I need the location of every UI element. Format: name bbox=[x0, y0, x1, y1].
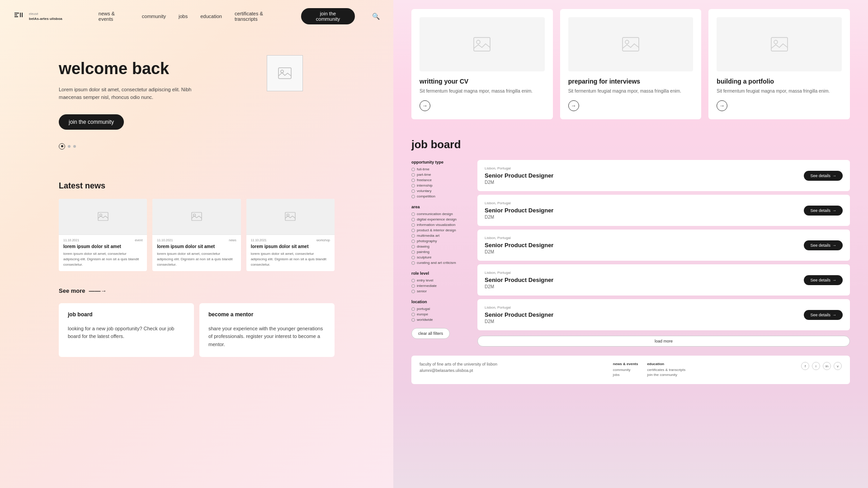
article-desc-1: Sit fermentum feugiat magna mpor, massa … bbox=[420, 88, 545, 95]
latest-news-title: Latest news bbox=[59, 181, 335, 191]
job-location-5: Lisbon, Portugal bbox=[485, 305, 553, 310]
article-col-1: writting your CV Sit fermentum feugiat m… bbox=[411, 9, 553, 125]
nav-education[interactable]: education bbox=[200, 14, 222, 19]
svg-point-16 bbox=[625, 40, 629, 44]
article-link-3[interactable]: → bbox=[717, 100, 727, 111]
search-button[interactable]: 🔍 bbox=[372, 13, 380, 20]
svg-rect-1 bbox=[14, 14, 17, 15]
hero-join-community-button[interactable]: join the community bbox=[59, 114, 124, 130]
footer-link-item-2-2: join the community bbox=[647, 373, 685, 377]
footer: faculty of fine arts of the university o… bbox=[411, 356, 850, 384]
clear-filters-button[interactable]: clear all filters bbox=[411, 328, 450, 339]
filter-painting[interactable]: painting bbox=[411, 250, 470, 254]
filter-full-time[interactable]: full-time bbox=[411, 167, 470, 171]
filter-photography[interactable]: photography bbox=[411, 239, 470, 243]
job-card-5: Lisbon, Portugal Senior Product Designer… bbox=[477, 299, 850, 330]
news-card-body-1: 11.10.2021 event lorem ipsum dolor sit a… bbox=[59, 235, 147, 271]
nav-community[interactable]: community bbox=[142, 14, 166, 19]
news-title-3: lorem ipsum dolor sit amet bbox=[251, 244, 330, 249]
filter-info-viz[interactable]: information visualization bbox=[411, 223, 470, 227]
article-title-3: building a portfolio bbox=[717, 78, 842, 85]
article-title-1: writting your CV bbox=[420, 78, 545, 85]
filter-intermediate[interactable]: intermediate bbox=[411, 284, 470, 288]
svg-rect-0 bbox=[14, 13, 19, 14]
filter-voluntary[interactable]: voluntary bbox=[411, 189, 470, 193]
footer-school-name: faculty of fine arts of the university o… bbox=[420, 362, 497, 366]
social-icon-vimeo[interactable]: v bbox=[834, 362, 842, 370]
filter-opportunity-type-title: opportunity type bbox=[411, 160, 470, 164]
news-desc-3: lorem ipsum dolor sit amet, consectetur … bbox=[251, 251, 330, 267]
filter-entry-level[interactable]: entry level bbox=[411, 278, 470, 282]
filter-curating[interactable]: curating and art criticism bbox=[411, 261, 470, 265]
become-mentor-card-desc: share your experience with the younger g… bbox=[208, 325, 326, 349]
filter-internship[interactable]: internship bbox=[411, 183, 470, 188]
job-company-1: D2M bbox=[485, 180, 553, 185]
article-link-2[interactable]: → bbox=[568, 100, 579, 111]
job-card-2: Lisbon, Portugal Senior Product Designer… bbox=[477, 195, 850, 226]
carousel-dot-3[interactable] bbox=[73, 145, 76, 148]
nav-certificates[interactable]: certificates & transcripts bbox=[235, 11, 285, 22]
filter-worldwide[interactable]: worldwide bbox=[411, 318, 470, 322]
job-board-card-title: job board bbox=[68, 311, 185, 318]
article-card-3: building a portfolio Sit fermentum feugi… bbox=[708, 9, 850, 119]
news-meta-1: 11.10.2021 event bbox=[63, 239, 142, 242]
job-company-5: D2M bbox=[485, 319, 553, 324]
filter-part-time[interactable]: part-time bbox=[411, 173, 470, 177]
see-details-button-2[interactable]: See details → bbox=[804, 206, 843, 216]
social-icon-facebook[interactable]: f bbox=[801, 362, 809, 370]
filter-location-title: location bbox=[411, 300, 470, 304]
job-card-left-2: Lisbon, Portugal Senior Product Designer… bbox=[485, 201, 553, 220]
svg-rect-7 bbox=[98, 212, 108, 221]
filter-freelance[interactable]: freelance bbox=[411, 178, 470, 182]
job-location-3: Lisbon, Portugal bbox=[485, 236, 553, 240]
filter-role-level-title: role level bbox=[411, 271, 470, 276]
articles-section: writting your CV Sit fermentum feugiat m… bbox=[411, 0, 850, 125]
hero-section: welcome back Lorem ipsum dolor sit amet,… bbox=[0, 33, 393, 168]
article-title-2: preparing for interviews bbox=[568, 78, 693, 85]
social-icon-instagram[interactable]: i bbox=[812, 362, 820, 370]
job-board-card: job board looking for a new job opportun… bbox=[59, 303, 194, 357]
article-desc-2: Sit fermentum feugiat magna mpor, massa … bbox=[568, 88, 693, 95]
filter-competition[interactable]: competition bbox=[411, 194, 470, 198]
carousel-dots bbox=[59, 143, 335, 150]
article-col-3: building a portfolio Sit fermentum feugi… bbox=[708, 9, 850, 125]
news-card-image-2 bbox=[152, 199, 241, 235]
filter-comm-design[interactable]: communication design bbox=[411, 212, 470, 216]
news-date-1: 11.10.2021 bbox=[63, 239, 79, 242]
filter-portugal[interactable]: portugal bbox=[411, 307, 470, 311]
news-card-3: 11.10.2021 workshop lorem ipsum dolor si… bbox=[246, 199, 335, 271]
svg-rect-2 bbox=[14, 16, 18, 17]
nav-jobs[interactable]: jobs bbox=[179, 14, 188, 19]
logo-text: eleusé belAs-artes ulisboa bbox=[29, 11, 62, 21]
article-link-1[interactable]: → bbox=[420, 100, 430, 111]
carousel-dot-active[interactable] bbox=[59, 143, 65, 150]
filter-senior[interactable]: senior bbox=[411, 289, 470, 293]
social-icon-linkedin[interactable]: in bbox=[823, 362, 831, 370]
see-details-button-3[interactable]: See details → bbox=[804, 240, 843, 250]
filter-location: location portugal europe worldwide bbox=[411, 300, 470, 322]
svg-rect-9 bbox=[192, 212, 202, 221]
navigation: eleusé belAs-artes ulisboa news & events… bbox=[0, 0, 393, 33]
job-location-4: Lisbon, Portugal bbox=[485, 271, 553, 275]
filter-drawing[interactable]: drawing bbox=[411, 244, 470, 249]
article-card-2: preparing for interviews Sit fermentum f… bbox=[560, 9, 702, 119]
footer-link-item-1-2: jobs bbox=[613, 373, 638, 377]
filter-sculpture[interactable]: sculpture bbox=[411, 255, 470, 259]
nav-join-community-button[interactable]: join the community bbox=[301, 8, 355, 24]
carousel-dot-2[interactable] bbox=[68, 145, 71, 148]
see-more-link[interactable]: See more ——→ bbox=[0, 287, 393, 294]
news-title-1: lorem ipsum dolor sit amet bbox=[63, 244, 142, 249]
filter-digital-exp[interactable]: digital experience design bbox=[411, 217, 470, 221]
filter-europe[interactable]: europe bbox=[411, 312, 470, 316]
see-details-button-4[interactable]: See details → bbox=[804, 275, 843, 285]
see-details-button-5[interactable]: See details → bbox=[804, 310, 843, 320]
see-details-button-1[interactable]: See details → bbox=[804, 171, 843, 181]
filter-multimedia[interactable]: multimedia art bbox=[411, 234, 470, 238]
filter-product-interior[interactable]: product & interior design bbox=[411, 228, 470, 232]
svg-rect-5 bbox=[278, 68, 291, 79]
filter-area-title: area bbox=[411, 205, 470, 209]
hero-image bbox=[267, 55, 303, 91]
news-tag-1: event bbox=[135, 239, 142, 242]
load-more-button[interactable]: load more bbox=[477, 336, 850, 347]
nav-news-events[interactable]: news & events bbox=[99, 11, 129, 22]
